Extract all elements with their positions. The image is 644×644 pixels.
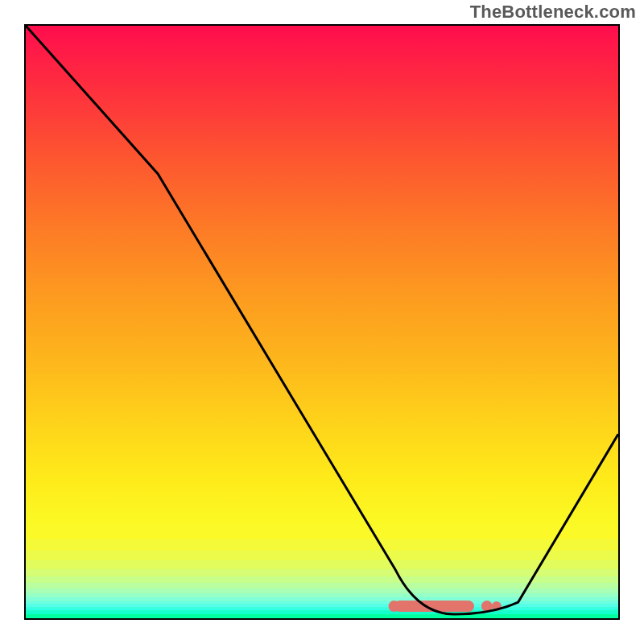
svg-rect-8: [26, 592, 618, 597]
svg-rect-11: [26, 604, 618, 607]
svg-rect-10: [26, 601, 618, 604]
svg-rect-14: [26, 614, 618, 618]
salmon-marker-band: [389, 601, 502, 612]
bottom-bands: [26, 526, 618, 618]
plot-svg: [26, 26, 618, 618]
svg-rect-13: [26, 610, 618, 614]
svg-rect-9: [26, 597, 618, 601]
svg-rect-7: [26, 588, 618, 592]
svg-rect-0: [26, 526, 618, 539]
plot-area: [24, 24, 620, 620]
svg-rect-2: [26, 550, 618, 559]
watermark-text: TheBottleneck.com: [470, 2, 636, 23]
svg-rect-12: [26, 607, 618, 610]
chart-container: TheBottleneck.com: [0, 0, 644, 644]
svg-rect-3: [26, 559, 618, 568]
svg-rect-4: [26, 568, 618, 576]
svg-rect-1: [26, 539, 618, 551]
